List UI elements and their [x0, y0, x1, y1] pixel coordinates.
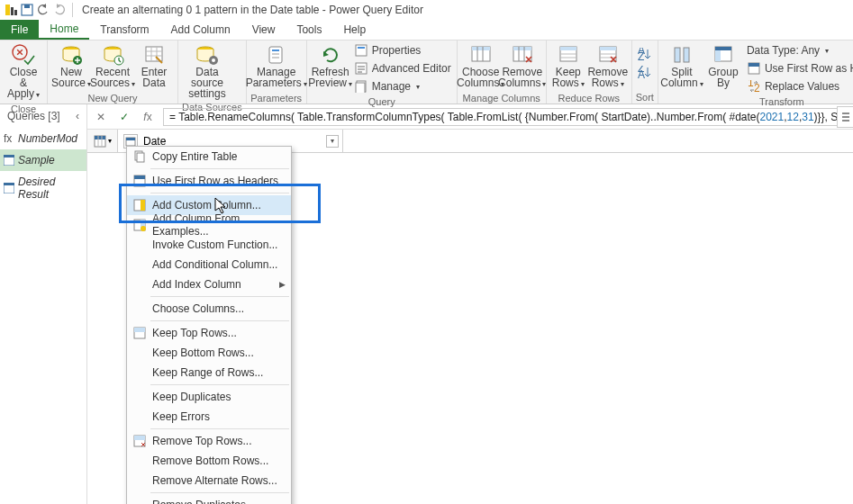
save-icon[interactable] — [20, 3, 34, 17]
choose-columns-icon — [467, 43, 495, 67]
group-parameters: ManageParameters▾ Parameters — [247, 40, 307, 104]
ctx-add-column-from-examples[interactable]: Add Column From Examples... — [127, 215, 291, 235]
manage-query-button[interactable]: Manage▾ — [352, 77, 453, 95]
tab-transform[interactable]: Transform — [89, 20, 159, 40]
svg-rect-10 — [146, 47, 162, 61]
new-source-button[interactable]: NewSource▾ — [51, 41, 91, 92]
close-apply-button[interactable]: Close &Apply▾ — [4, 41, 43, 103]
ctx-keep-errors[interactable]: Keep Errors — [127, 407, 291, 427]
group-manage-columns-label: Manage Columns — [461, 92, 542, 104]
tab-view[interactable]: View — [241, 20, 286, 40]
app-icon — [4, 3, 18, 17]
ctx-invoke-custom-function[interactable]: Invoke Custom Function... — [127, 235, 291, 255]
query-item-numbermod[interactable]: fxNumberMod — [0, 128, 86, 149]
group-reduce-rows: KeepRows▾ RemoveRows▾ Reduce Rows — [547, 40, 632, 104]
formula-commit-button[interactable]: ✓ — [116, 109, 132, 125]
group-reduce-rows-label: Reduce Rows — [550, 92, 628, 104]
table-context-menu: Copy Entire Table Use First Row as Heade… — [126, 146, 292, 504]
ctx-keep-range-rows[interactable]: Keep Range of Rows... — [127, 363, 291, 382]
sort-asc-icon: AZ — [638, 47, 652, 61]
enter-data-button[interactable]: EnterData — [134, 41, 174, 90]
ctx-use-first-row-headers[interactable]: Use First Row as Headers — [127, 171, 291, 191]
replace-values-button[interactable]: 12Replace Values — [745, 77, 853, 95]
table-corner-button[interactable]: ▾ — [87, 130, 118, 152]
svg-rect-61 — [134, 176, 145, 179]
ctx-keep-duplicates[interactable]: Keep Duplicates — [127, 387, 291, 407]
svg-rect-4 — [24, 4, 30, 8]
svg-rect-18 — [356, 45, 367, 56]
choose-columns-button[interactable]: ChooseColumns▾ — [461, 41, 501, 92]
first-row-headers-button[interactable]: Use First Row as Headers▾ — [745, 59, 853, 77]
remove-rows-button[interactable]: RemoveRows▾ — [588, 41, 628, 92]
data-source-settings-button[interactable]: Data sourcesettings — [182, 41, 232, 101]
query-item-desired-result[interactable]: Desired Result — [0, 171, 86, 205]
recent-sources-button[interactable]: RecentSources▾ — [93, 41, 132, 92]
manage-parameters-icon — [262, 43, 291, 67]
remove-rows-icon — [594, 43, 622, 67]
svg-point-66 — [141, 226, 146, 231]
redo-icon[interactable] — [52, 3, 67, 17]
enter-data-icon — [140, 43, 168, 67]
remove-top-icon — [132, 434, 147, 448]
column-examples-icon — [132, 218, 147, 232]
sort-desc-button[interactable]: ZA — [636, 63, 654, 81]
ctx-choose-columns[interactable]: Choose Columns... — [127, 299, 291, 319]
split-column-button[interactable]: SplitColumn▾ — [662, 41, 702, 92]
expand-query-settings-button[interactable] — [837, 106, 853, 128]
group-manage-columns: ChooseColumns▾ RemoveColumns▾ Manage Col… — [458, 40, 547, 104]
svg-point-13 — [212, 58, 215, 62]
svg-rect-16 — [272, 53, 279, 55]
svg-rect-19 — [358, 47, 365, 49]
manage-parameters-button[interactable]: ManageParameters▾ — [250, 41, 303, 92]
ctx-remove-alternate-rows[interactable]: Remove Alternate Rows... — [127, 471, 291, 490]
fx-icon: fx — [4, 132, 12, 145]
sort-asc-button[interactable]: AZ — [636, 45, 654, 63]
ctx-keep-top-rows[interactable]: Keep Top Rows... — [127, 323, 291, 343]
tab-add-column[interactable]: Add Column — [160, 20, 241, 40]
remove-columns-icon — [508, 43, 537, 67]
first-row-headers-icon — [747, 61, 761, 76]
tab-home[interactable]: Home — [39, 20, 89, 40]
split-column-icon — [667, 43, 696, 67]
svg-rect-0 — [5, 4, 10, 15]
keep-rows-button[interactable]: KeepRows▾ — [550, 41, 586, 92]
manage-icon — [354, 79, 368, 94]
svg-text:2: 2 — [754, 82, 760, 93]
formula-input[interactable]: = Table.RenameColumns( Table.TransformCo… — [163, 108, 853, 126]
quick-access-toolbar — [4, 3, 77, 17]
query-item-sample[interactable]: Sample — [0, 149, 86, 171]
queries-title: Queries [3] — [7, 110, 60, 122]
ctx-copy-entire-table[interactable]: Copy Entire Table — [127, 147, 291, 166]
ctx-remove-top-rows[interactable]: Remove Top Rows... — [127, 431, 291, 451]
group-by-button[interactable]: GroupBy — [703, 41, 743, 90]
svg-rect-51 — [4, 155, 14, 158]
advanced-editor-button[interactable]: Advanced Editor — [352, 59, 453, 77]
queries-pane: Queries [3] ‹ fxNumberMod Sample Desired… — [0, 104, 87, 504]
collapse-queries-icon[interactable]: ‹ — [76, 110, 79, 122]
undo-icon[interactable] — [36, 3, 50, 17]
svg-rect-68 — [134, 328, 145, 332]
tab-file[interactable]: File — [0, 20, 39, 40]
ctx-add-conditional-column[interactable]: Add Conditional Column... — [127, 255, 291, 274]
ctx-keep-bottom-rows[interactable]: Keep Bottom Rows... — [127, 343, 291, 363]
formula-cancel-button[interactable]: ✕ — [93, 109, 109, 125]
ctx-remove-duplicates[interactable]: Remove Duplicates — [127, 495, 291, 504]
svg-rect-39 — [715, 50, 721, 61]
tab-tools[interactable]: Tools — [286, 20, 332, 40]
group-data-sources: Data sourcesettings Data Sources — [178, 40, 247, 104]
table-icon — [4, 183, 14, 194]
group-sort-label: Sort — [636, 91, 654, 104]
refresh-preview-button[interactable]: RefreshPreview▾ — [311, 41, 350, 92]
ctx-remove-bottom-rows[interactable]: Remove Bottom Rows... — [127, 451, 291, 471]
group-close: Close &Apply▾ Close — [0, 40, 48, 104]
tab-help[interactable]: Help — [332, 20, 377, 40]
remove-columns-button[interactable]: RemoveColumns▾ — [503, 41, 542, 92]
group-query: RefreshPreview▾ Properties Advanced Edit… — [307, 40, 458, 104]
svg-text:1: 1 — [748, 80, 754, 89]
formula-fx-button[interactable]: fx — [140, 109, 156, 125]
data-type-button[interactable]: Data Type: Any▾ — [745, 41, 853, 59]
ctx-add-index-column[interactable]: Add Index Column▶ — [127, 274, 291, 294]
window-title: Create an alternating 0 1 pattern in the… — [82, 4, 423, 16]
column-filter-button[interactable]: ▾ — [326, 135, 339, 148]
properties-button[interactable]: Properties — [352, 41, 453, 59]
